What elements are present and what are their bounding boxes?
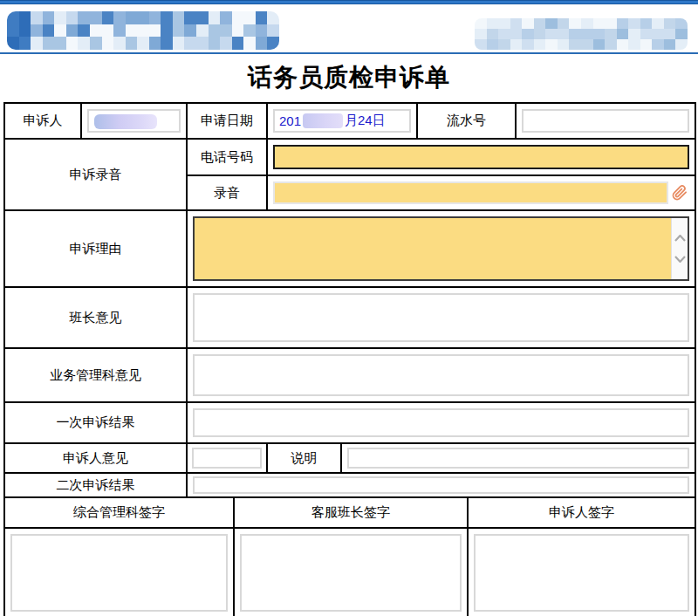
- appellant-opinion-label: 申诉人意见: [4, 443, 187, 473]
- chevron-up-icon[interactable]: [674, 235, 686, 242]
- blurred-header-text: [475, 18, 688, 50]
- first-appeal-result-label: 一次申诉结果: [4, 402, 187, 443]
- page-title: 话务员质检申诉单: [0, 61, 698, 94]
- date-prefix: 201: [279, 113, 301, 128]
- serial-no-label: 流水号: [417, 103, 516, 139]
- apply-date-label: 申请日期: [187, 103, 267, 139]
- appellant-signature-box[interactable]: [474, 534, 689, 612]
- monitor-opinion-label: 班长意见: [4, 287, 187, 348]
- attachment-button[interactable]: [670, 182, 689, 203]
- recording-label: 录音: [187, 175, 267, 210]
- serial-no-input[interactable]: [522, 109, 689, 133]
- appeal-reason-content[interactable]: [195, 218, 671, 279]
- general-mgmt-signature-box[interactable]: [10, 534, 228, 612]
- general-mgmt-signature-label: 综合管理科签字: [4, 497, 234, 528]
- business-mgmt-opinion-label: 业务管理科意见: [4, 348, 187, 402]
- explanation-input[interactable]: [347, 448, 689, 469]
- service-monitor-signature-label: 客服班长签字: [234, 497, 468, 528]
- blurred-logo: [7, 11, 279, 50]
- chevron-down-icon[interactable]: [674, 256, 686, 263]
- paperclip-icon: [672, 184, 688, 202]
- page-header: [0, 4, 698, 54]
- applicant-label: 申诉人: [4, 103, 81, 139]
- appeal-form-table: 申诉人 申请日期 201月24日 流水号 申诉录音 电话号码 录音 申诉理由: [3, 102, 696, 498]
- business-mgmt-opinion-textarea[interactable]: [193, 354, 689, 396]
- appeal-reason-label: 申诉理由: [4, 210, 187, 287]
- blurred-applicant-name: [94, 114, 157, 129]
- blurred-date-part: [303, 113, 343, 128]
- service-monitor-signature-box[interactable]: [240, 534, 462, 612]
- scrollbar[interactable]: [671, 218, 688, 279]
- appeal-reason-textarea[interactable]: [193, 216, 689, 281]
- second-appeal-result-label: 二次申诉结果: [4, 473, 187, 497]
- phone-number-input[interactable]: [273, 145, 689, 169]
- phone-number-label: 电话号码: [187, 139, 267, 175]
- signature-table: 综合管理科签字 客服班长签字 申诉人签字: [3, 496, 696, 616]
- appellant-opinion-input[interactable]: [192, 448, 262, 469]
- recording-input[interactable]: [273, 181, 668, 204]
- first-appeal-result-input[interactable]: [193, 408, 689, 437]
- explanation-label: 说明: [267, 443, 341, 473]
- second-appeal-result-input[interactable]: [193, 476, 689, 494]
- applicant-input[interactable]: [87, 109, 181, 133]
- date-suffix: 月24日: [345, 113, 386, 129]
- monitor-opinion-textarea[interactable]: [193, 293, 689, 342]
- apply-date-input[interactable]: 201月24日: [273, 109, 411, 133]
- appellant-signature-label: 申诉人签字: [468, 497, 695, 528]
- appeal-recording-label: 申诉录音: [4, 139, 187, 210]
